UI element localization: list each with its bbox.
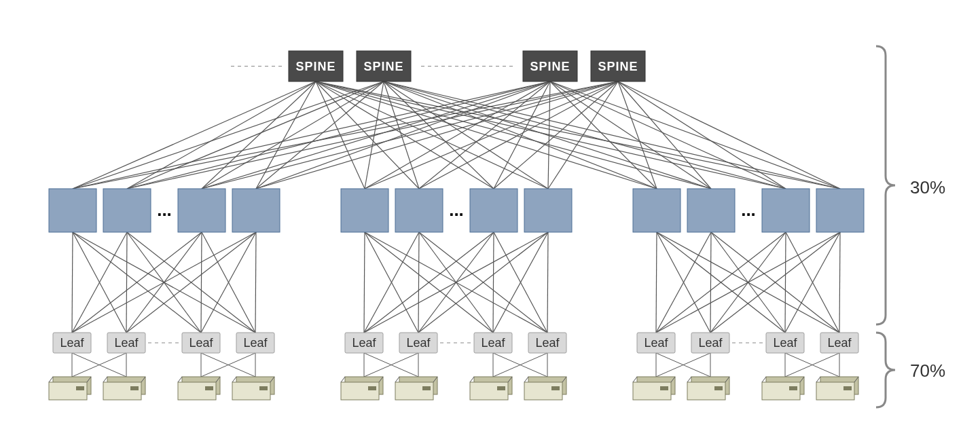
percent-lower: 70%	[910, 360, 945, 381]
svg-rect-11	[178, 382, 216, 400]
server-icon	[687, 377, 729, 400]
svg-line-7	[103, 377, 107, 382]
leaf-label: Leaf	[698, 336, 723, 350]
leaf-label: Leaf	[189, 336, 213, 350]
svg-rect-39	[551, 386, 560, 390]
server-icon	[103, 377, 145, 400]
spine-label: SPINE	[530, 60, 570, 73]
pod-to-leaf-link	[364, 232, 365, 333]
leaf-label: Leaf	[535, 336, 560, 350]
pod-switch	[524, 189, 572, 232]
spine-label: SPINE	[295, 60, 335, 73]
spine-to-pod-link	[202, 81, 316, 189]
svg-line-57	[816, 377, 820, 382]
pod-switch	[687, 189, 735, 232]
server-icon	[49, 377, 91, 400]
svg-line-12	[178, 377, 182, 382]
brace-lower	[876, 333, 895, 407]
svg-rect-24	[368, 386, 376, 390]
leaf-label: Leaf	[827, 336, 852, 350]
server-icon	[633, 377, 675, 400]
svg-rect-9	[130, 386, 139, 390]
pod-switch	[762, 189, 810, 232]
pod-ellipsis: ...	[449, 200, 464, 220]
svg-line-27	[395, 377, 399, 382]
svg-line-2	[49, 377, 53, 382]
pod-switch	[395, 189, 443, 232]
spine-to-pod-link	[384, 81, 419, 189]
spine-to-pod-link	[550, 81, 711, 189]
spine-to-pod-link	[316, 81, 365, 189]
pod-to-leaf-link	[547, 232, 548, 333]
svg-rect-56	[816, 382, 854, 400]
percent-upper: 30%	[910, 177, 945, 198]
server-icon	[395, 377, 437, 400]
leaf-label: Leaf	[406, 336, 431, 350]
svg-rect-29	[422, 386, 431, 390]
spine-to-pod-link	[618, 81, 786, 189]
svg-rect-14	[205, 386, 213, 390]
spine-to-pod-link	[618, 81, 711, 189]
brace-upper	[876, 46, 895, 324]
svg-rect-49	[714, 386, 723, 390]
leaf-label: Leaf	[60, 336, 84, 350]
spine-to-pod-link	[548, 81, 618, 189]
svg-rect-19	[259, 386, 268, 390]
pod-switch	[178, 189, 225, 232]
spine-to-pod-link	[316, 81, 840, 189]
svg-line-37	[524, 377, 528, 382]
pod-ellipsis: ...	[741, 200, 756, 220]
svg-rect-54	[789, 386, 797, 390]
pod-ellipsis: ...	[157, 200, 172, 220]
leaf-label: Leaf	[352, 336, 376, 350]
pod-to-leaf-link	[72, 232, 73, 333]
svg-line-17	[232, 377, 236, 382]
spine-to-pod-link	[550, 81, 657, 189]
pod-to-leaf-link	[493, 232, 494, 333]
pod-to-leaf-link	[839, 232, 840, 333]
svg-line-22	[341, 377, 345, 382]
svg-rect-16	[232, 382, 270, 400]
leaf-label: Leaf	[481, 336, 505, 350]
svg-rect-1	[49, 382, 87, 400]
pod-to-leaf-link	[418, 232, 419, 333]
server-icon	[341, 377, 383, 400]
svg-rect-34	[497, 386, 505, 390]
svg-rect-44	[660, 386, 668, 390]
server-icon	[762, 377, 804, 400]
spine-to-pod-link	[316, 81, 786, 189]
leaf-label: Leaf	[773, 336, 797, 350]
svg-rect-26	[395, 382, 433, 400]
server-icon	[178, 377, 220, 400]
leaf-label: Leaf	[114, 336, 139, 350]
svg-rect-59	[843, 386, 852, 390]
spine-to-pod-link	[256, 81, 384, 189]
pod-switch	[103, 189, 151, 232]
spine-to-pod-link	[127, 81, 618, 189]
leaf-label: Leaf	[243, 336, 268, 350]
svg-line-42	[633, 377, 637, 382]
svg-rect-4	[76, 386, 84, 390]
spine-label: SPINE	[598, 60, 638, 73]
svg-rect-41	[633, 382, 671, 400]
pod-switch	[816, 189, 864, 232]
svg-line-32	[470, 377, 474, 382]
pod-to-leaf-link	[126, 232, 127, 333]
svg-rect-21	[341, 382, 379, 400]
pod-to-leaf-link	[255, 232, 256, 333]
pod-switch	[341, 189, 388, 232]
svg-rect-51	[762, 382, 800, 400]
svg-rect-31	[470, 382, 508, 400]
svg-rect-46	[687, 382, 725, 400]
server-icon	[816, 377, 858, 400]
leaf-label: Leaf	[644, 336, 668, 350]
server-icon	[232, 377, 274, 400]
server-icon	[470, 377, 512, 400]
pod-switch	[232, 189, 280, 232]
spine-to-pod-link	[384, 81, 840, 189]
spine-to-pod-link	[73, 81, 316, 189]
pod-to-leaf-link	[656, 232, 657, 333]
svg-rect-36	[524, 382, 562, 400]
pod-switch	[633, 189, 680, 232]
network-topology-diagram: SPINESPINESPINESPINE.........LeafLeafLea…	[0, 0, 980, 446]
